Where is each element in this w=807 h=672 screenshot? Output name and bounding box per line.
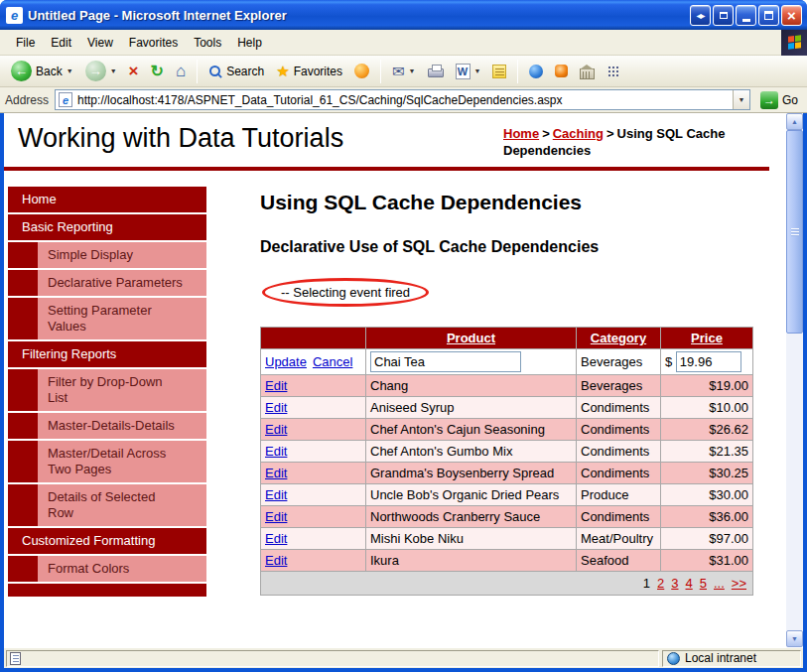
sidebar-item-declarative-parameters[interactable]: Declarative Parameters [38,270,206,296]
sidebar-indent-strip [8,556,38,582]
forward-dropdown-icon[interactable]: ▼ [110,67,117,74]
research-button[interactable] [575,62,600,81]
update-link[interactable]: Update [265,354,307,369]
mail-dropdown-icon[interactable]: ▼ [409,67,416,74]
product-edit-input[interactable] [370,351,521,372]
pager-link-2[interactable]: 2 [657,576,664,591]
sort-price-link[interactable]: Price [691,331,723,345]
sort-category-link[interactable]: Category [591,331,646,345]
stop-button[interactable]: × [124,61,144,81]
scroll-up-button[interactable]: ▲ [786,113,803,130]
titlebar-extra-button-1[interactable]: ◂▸ [690,5,711,26]
price-cell: $31.00 [661,550,753,572]
grid-row: Edit Aniseed Syrup Condiments $10.00 [261,397,753,419]
breadcrumb-link-home[interactable]: Home [503,126,539,141]
scroll-down-button[interactable]: ▼ [786,630,803,647]
forward-button[interactable]: → ▼ [80,59,122,83]
close-button[interactable]: × [781,5,802,26]
commands-cell: UpdateCancel [261,349,366,375]
favorites-button[interactable]: ★ Favorites [271,61,347,82]
column-header-product[interactable]: Product [366,328,577,349]
commands-cell: Edit [261,397,366,419]
media-button[interactable] [349,62,374,80]
address-url-text[interactable]: http://localhost:4178/ASPNET_Data_Tutori… [77,93,733,107]
edit-link[interactable]: Edit [265,444,287,459]
edit-with-word-button[interactable]: W ▼ [451,62,486,81]
titlebar-extra-button-2[interactable] [713,5,734,26]
pager-link-3[interactable]: 3 [671,576,678,591]
scroll-thumb[interactable] [786,130,803,334]
grid-header-row: Product Category Price [261,328,753,349]
menu-item-view[interactable]: View [79,31,121,55]
back-icon: ← [11,61,32,81]
breadcrumb-link-caching[interactable]: Caching [553,126,604,141]
window-icon [720,12,728,19]
edit-dropdown-icon[interactable]: ▼ [474,67,481,74]
edit-link[interactable]: Edit [265,422,287,437]
sidebar-indent-strip [8,369,38,411]
sidebar-item-details-of-selected-row[interactable]: Details of Selected Row [38,484,206,526]
edit-link[interactable]: Edit [265,531,287,546]
refresh-button[interactable]: ↻ [146,62,169,81]
menu-item-tools[interactable]: Tools [186,31,229,55]
edit-link[interactable]: Edit [265,466,287,480]
edit-link[interactable]: Edit [265,487,287,502]
sidebar-item-label: Home [22,192,57,207]
price-edit-input[interactable] [676,351,741,372]
minimize-button[interactable] [736,5,756,26]
msn-icon [555,65,568,77]
commands-cell: Edit [261,506,366,528]
pager-link-5[interactable]: 5 [700,576,707,591]
back-dropdown-icon[interactable]: ▼ [67,67,73,74]
edit-link[interactable]: Edit [265,553,287,568]
sidebar-item-label: Customized Formatting [22,533,155,549]
menu-item-file[interactable]: File [8,31,43,55]
menu-item-edit[interactable]: Edit [43,31,79,55]
sidebar-item-format-colors[interactable]: Format Colors [38,556,206,582]
sidebar-item-simple-display[interactable]: Simple Display [38,242,206,268]
vertical-scrollbar[interactable]: ▲ ▼ [786,113,803,647]
maximize-button[interactable] [758,5,779,26]
sidebar-item-filtering-reports[interactable]: Filtering Reports [8,341,206,367]
pager-link-4[interactable]: 4 [686,576,693,591]
sidebar-item-master-detail-across-two-pages[interactable]: Master/Detail Across Two Pages [38,441,206,482]
column-header-category[interactable]: Category [577,328,661,349]
menu-item-help[interactable]: Help [229,31,270,55]
discuss-button[interactable] [487,63,511,80]
mail-button[interactable]: ✉ ▼ [387,61,421,82]
edit-link[interactable]: Edit [265,378,287,393]
grid-pager-row: 12345...>> [261,572,753,596]
sidebar-item-setting-parameter-values[interactable]: Setting Parameter Values [38,298,206,339]
messenger-button[interactable] [524,63,548,80]
column-header-price[interactable]: Price [661,328,753,349]
sidebar-item-label: Format Colors [48,561,129,577]
go-button[interactable]: → Go [756,91,802,109]
go-icon: → [760,91,778,109]
pager-link-next[interactable]: >> [732,576,746,591]
address-input[interactable]: e http://localhost:4178/ASPNET_Data_Tuto… [55,89,750,110]
sidebar-item-master-details-details[interactable]: Master-Details-Details [38,413,206,439]
category-cell: Condiments [577,506,661,528]
cancel-link[interactable]: Cancel [313,354,352,369]
pager-link-ellipsis[interactable]: ... [714,576,725,591]
grid-row: Edit Grandma's Boysenberry Spread Condim… [261,463,753,484]
grid-row: Edit Uncle Bob's Organic Dried Pears Pro… [261,484,753,506]
addons-button[interactable] [602,63,625,80]
sort-product-link[interactable]: Product [447,331,495,345]
menu-item-favorites[interactable]: Favorites [121,31,186,55]
home-button[interactable]: ⌂ [171,61,191,81]
edit-link[interactable]: Edit [265,509,287,524]
address-dropdown-button[interactable]: ▼ [733,90,749,109]
sidebar-item-customized-formatting[interactable]: Customized Formatting [8,528,206,554]
search-button[interactable]: Search [203,63,269,80]
sidebar-item-basic-reporting[interactable]: Basic Reporting [8,214,206,240]
minimize-icon [742,19,750,22]
commands-cell: Edit [261,375,366,397]
sidebar-item-filter-by-drop-down-list[interactable]: Filter by Drop-Down List [38,369,206,411]
edit-link[interactable]: Edit [265,400,287,415]
print-button[interactable] [423,63,449,79]
msn-button[interactable] [550,63,573,79]
back-button[interactable]: ← Back ▼ [6,59,78,83]
category-cell: Produce [577,484,661,506]
sidebar-item-home[interactable]: Home [8,187,206,212]
